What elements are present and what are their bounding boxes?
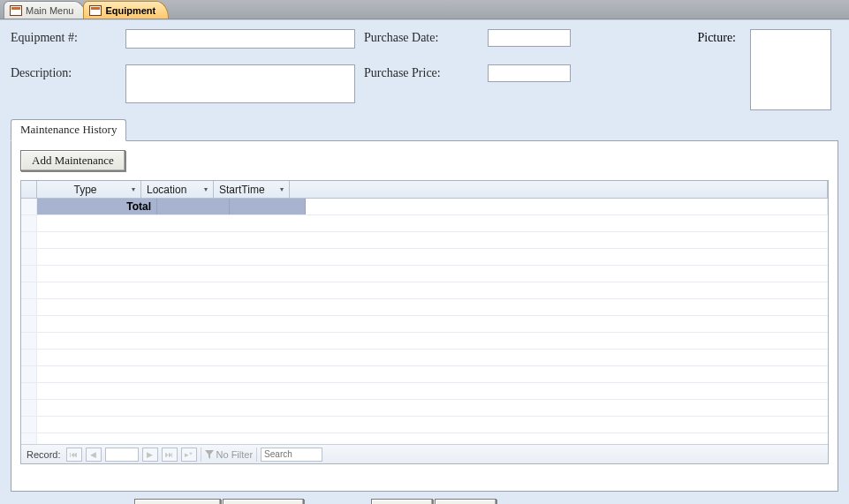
empty-row [21, 299, 828, 316]
equipment-no-label: Equipment #: [11, 29, 117, 45]
description-input[interactable] [125, 64, 355, 103]
column-label: Type [42, 184, 128, 196]
picture-label: Picture: [585, 29, 741, 45]
column-label: Location [147, 184, 186, 196]
empty-row [21, 316, 828, 333]
select-all-corner[interactable] [21, 181, 37, 198]
column-header-blank [290, 181, 828, 198]
purchase-date-input[interactable] [488, 29, 571, 47]
cancel-button[interactable]: Cancel [371, 499, 433, 504]
empty-row [21, 333, 828, 350]
purchase-price-input[interactable] [488, 64, 571, 82]
nav-new-button[interactable]: ▸* [181, 448, 197, 462]
search-input[interactable] [261, 448, 322, 462]
form-icon [89, 5, 102, 16]
action-buttons: Save & Close Save & New Cancel Print [11, 499, 838, 504]
datasheet-grid: Type ▾ Location ▾ StartTime ▾ [20, 180, 829, 464]
empty-row [21, 282, 828, 299]
nav-last-button[interactable]: ⏭ [162, 448, 178, 462]
column-header-starttime[interactable]: StartTime ▾ [214, 181, 290, 198]
tab-maintenance-history[interactable]: Maintenance History [11, 119, 126, 141]
save-close-button[interactable]: Save & Close [134, 499, 221, 504]
subform-panel: Add Maintenance Type ▾ Location ▾ [11, 140, 838, 492]
save-new-button[interactable]: Save & New [223, 499, 304, 504]
column-header-type[interactable]: Type ▾ [37, 181, 141, 198]
nav-first-button[interactable]: ⏮ [66, 448, 82, 462]
window-tabbar: Main Menu Equipment [0, 0, 849, 19]
tab-equipment[interactable]: Equipment [83, 1, 169, 19]
empty-row [21, 232, 828, 249]
total-cell-location [157, 199, 230, 214]
chevron-down-icon: ▾ [132, 185, 135, 193]
record-label: Record: [27, 449, 61, 460]
grid-body[interactable]: Total [21, 199, 828, 444]
equipment-no-input[interactable] [125, 29, 355, 49]
total-label-cell: Total [37, 199, 157, 214]
funnel-icon [205, 450, 214, 459]
purchase-date-label: Purchase Date: [364, 29, 479, 45]
empty-row [21, 383, 828, 400]
search-wrap [261, 448, 322, 462]
tab-label: Equipment [105, 5, 155, 16]
purchase-price-label: Purchase Price: [364, 64, 479, 80]
empty-row [21, 350, 828, 366]
tab-main-menu[interactable]: Main Menu [4, 1, 87, 19]
tab-label: Main Menu [26, 5, 73, 16]
empty-row [21, 249, 828, 266]
record-navigator: Record: ⏮ ◀ ▶ ⏭ ▸* No Filter [21, 444, 828, 463]
row-selector[interactable] [21, 199, 37, 214]
filter-indicator[interactable]: No Filter [201, 448, 258, 462]
empty-row [21, 417, 828, 433]
empty-row [21, 366, 828, 383]
chevron-down-icon: ▾ [280, 185, 284, 193]
empty-row [21, 433, 828, 444]
picture-box[interactable] [750, 29, 831, 110]
empty-row [21, 400, 828, 417]
empty-row [21, 266, 828, 282]
column-header-location[interactable]: Location ▾ [141, 181, 214, 198]
column-label: StartTime [219, 184, 265, 196]
nav-next-button[interactable]: ▶ [142, 448, 158, 462]
form-icon [10, 5, 22, 16]
form-canvas: Equipment #: Purchase Date: Picture: Des… [0, 19, 849, 504]
print-button[interactable]: Print [435, 499, 497, 504]
add-maintenance-button[interactable]: Add Maintenance [20, 150, 125, 171]
description-label: Description: [11, 64, 117, 80]
total-cell-blank [306, 199, 828, 214]
nav-prev-button[interactable]: ◀ [86, 448, 102, 462]
subform-wrap: Maintenance History Add Maintenance Type… [11, 121, 838, 492]
total-cell-starttime [230, 199, 306, 214]
form-header: Equipment #: Purchase Date: Picture: Des… [11, 29, 838, 110]
total-row: Total [21, 199, 828, 215]
empty-row [21, 215, 828, 232]
chevron-down-icon: ▾ [204, 185, 208, 193]
record-number-input[interactable] [105, 448, 139, 462]
subform-tabstrip: Maintenance History [11, 121, 838, 140]
grid-header: Type ▾ Location ▾ StartTime ▾ [21, 181, 828, 199]
filter-text: No Filter [216, 449, 254, 460]
